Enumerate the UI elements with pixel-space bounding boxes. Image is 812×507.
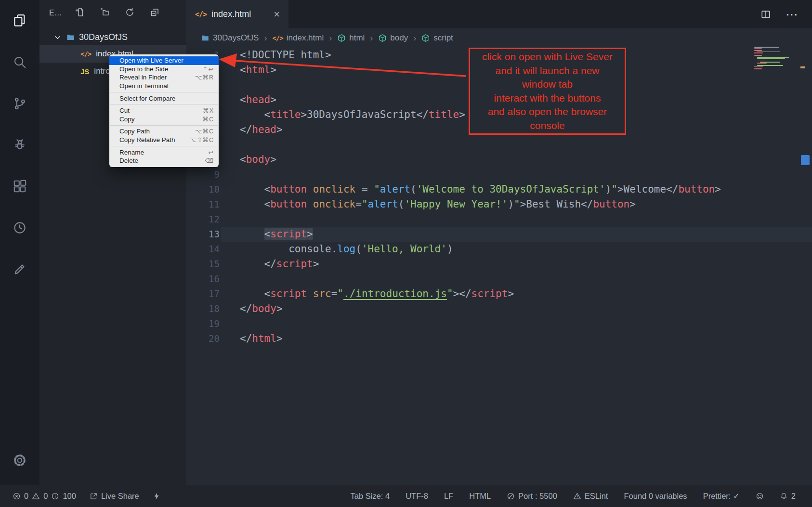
menu-separator bbox=[110, 92, 218, 92]
warning-icon bbox=[573, 492, 581, 500]
code-line[interactable]: 12 bbox=[186, 212, 812, 227]
breadcrumb-index-html[interactable]: </>index.html bbox=[272, 33, 324, 43]
activity-extensions[interactable] bbox=[0, 166, 39, 207]
code-line[interactable]: 14 console.log('Hello, World') bbox=[186, 242, 812, 257]
status-prettier[interactable]: Prettier: ✓ bbox=[703, 492, 740, 501]
code-text: </body> bbox=[220, 301, 283, 316]
menu-item-open-to-the-side[interactable]: Open to the Side⌃↩ bbox=[109, 65, 219, 74]
code-text: </script> bbox=[220, 257, 319, 272]
folder-icon bbox=[66, 33, 75, 42]
folder-row-30daysofjs[interactable]: 30DaysOfJS bbox=[39, 29, 186, 45]
menu-item-reveal-in-finder[interactable]: Reveal in Finder⌥⌘R bbox=[109, 73, 219, 82]
symbol-cube-icon bbox=[337, 34, 346, 42]
status-variables[interactable]: Found 0 variables bbox=[624, 492, 687, 501]
activity-pen[interactable] bbox=[0, 248, 39, 290]
activity-bar-top bbox=[0, 0, 39, 290]
status-feedback[interactable] bbox=[756, 492, 764, 500]
status-encoding[interactable]: UTF-8 bbox=[406, 492, 428, 501]
menu-item-shortcut: ↩ bbox=[209, 149, 214, 156]
js-file-icon: JS bbox=[80, 67, 89, 76]
line-number: 18 bbox=[186, 301, 220, 316]
code-line[interactable]: 20</html> bbox=[186, 331, 812, 346]
live-share-icon bbox=[90, 492, 98, 500]
close-icon[interactable]: × bbox=[274, 9, 280, 20]
status-problems[interactable]: 00100 bbox=[13, 492, 76, 501]
activity-source-control[interactable] bbox=[0, 83, 39, 124]
activity-explorer[interactable] bbox=[0, 0, 39, 41]
status-label: HTML bbox=[469, 492, 491, 501]
breadcrumb-html[interactable]: html bbox=[337, 33, 365, 43]
menu-item-open-in-terminal[interactable]: Open in Terminal bbox=[109, 82, 219, 91]
menu-item-delete[interactable]: Delete⌫ bbox=[109, 156, 219, 165]
more-actions-icon[interactable]: ⋯ bbox=[786, 8, 799, 21]
status-quick-lightning[interactable] bbox=[153, 492, 161, 500]
activity-debug[interactable] bbox=[0, 124, 39, 166]
action-collapse-all[interactable] bbox=[150, 7, 160, 19]
menu-separator bbox=[110, 125, 218, 126]
menu-item-label: Open in Terminal bbox=[119, 82, 169, 90]
code-line[interactable]: 7 bbox=[186, 137, 812, 152]
code-text: <body> bbox=[220, 152, 276, 167]
code-line[interactable]: 18</body> bbox=[186, 301, 812, 316]
tab-index-html[interactable]: </> index.html × bbox=[186, 0, 288, 28]
minimap-line bbox=[754, 50, 762, 51]
split-editor-icon[interactable] bbox=[760, 9, 771, 20]
symbol-cube-icon bbox=[378, 34, 387, 42]
menu-item-label: Copy bbox=[119, 116, 135, 123]
menu-item-open-with-live-server[interactable]: Open with Live Server bbox=[109, 56, 219, 65]
code-text: <script> bbox=[220, 227, 313, 242]
menu-item-cut[interactable]: Cut⌘X bbox=[109, 106, 219, 115]
breadcrumb-separator: › bbox=[413, 33, 416, 43]
status-label: Tab Size: 4 bbox=[351, 492, 390, 501]
code-line[interactable]: 11 <button onclick="alert('Happy New Yea… bbox=[186, 197, 812, 212]
menu-item-select-for-compare[interactable]: Select for Compare bbox=[109, 94, 219, 103]
activity-settings-gear[interactable] bbox=[0, 447, 39, 474]
overview-ruler-marker bbox=[800, 66, 805, 68]
code-line[interactable]: 10 <button onclick = "alert('Welcome to … bbox=[186, 182, 812, 197]
breadcrumb-script[interactable]: script bbox=[421, 33, 453, 43]
menu-item-copy[interactable]: Copy⌘C bbox=[109, 115, 219, 124]
code-line[interactable]: 13 <script> bbox=[186, 227, 812, 242]
code-line[interactable]: 19 bbox=[186, 316, 812, 331]
annotation-line: and also open the browser bbox=[470, 105, 625, 119]
code-line[interactable]: 17 <script src="./introduction.js"></scr… bbox=[186, 286, 812, 301]
code-line[interactable]: 9 bbox=[186, 167, 812, 182]
minimap-line bbox=[757, 58, 785, 59]
scrollbar-marker[interactable] bbox=[801, 155, 810, 165]
minimap-line bbox=[754, 68, 762, 69]
code-line[interactable]: 15 </script> bbox=[186, 257, 812, 272]
status-label: Live Share bbox=[101, 492, 139, 501]
activity-clock[interactable] bbox=[0, 207, 39, 248]
code-line[interactable]: 8<body> bbox=[186, 152, 812, 167]
menu-item-copy-path[interactable]: Copy Path⌥⌘C bbox=[109, 127, 219, 136]
minimap-line bbox=[757, 65, 783, 66]
breadcrumb-body[interactable]: body bbox=[378, 33, 408, 43]
action-new-file[interactable] bbox=[75, 7, 85, 19]
breadcrumb-30daysofjs[interactable]: 30DaysOfJS bbox=[201, 33, 259, 43]
status-live-server-port[interactable]: Port : 5500 bbox=[507, 492, 557, 501]
line-number: 20 bbox=[186, 331, 220, 346]
status-language-mode[interactable]: HTML bbox=[469, 492, 491, 501]
status-label: Found 0 variables bbox=[624, 492, 687, 501]
tab-bar: </> index.html × ⋯ bbox=[186, 0, 812, 28]
menu-item-label: Select for Compare bbox=[119, 95, 175, 102]
refresh-icon bbox=[125, 7, 135, 17]
action-refresh[interactable] bbox=[125, 7, 135, 19]
code-line[interactable]: 16 bbox=[186, 272, 812, 286]
menu-item-rename[interactable]: Rename↩ bbox=[109, 148, 219, 156]
status-notifications[interactable]: 2 bbox=[780, 492, 796, 501]
minimap[interactable] bbox=[754, 47, 800, 70]
editor-actions: ⋯ bbox=[760, 0, 812, 28]
status-tab-size[interactable]: Tab Size: 4 bbox=[351, 492, 390, 501]
status-live-share[interactable]: Live Share bbox=[90, 492, 139, 501]
code-text: </html> bbox=[220, 331, 283, 346]
status-label: UTF-8 bbox=[406, 492, 428, 501]
activity-search[interactable] bbox=[0, 41, 39, 83]
status-eslint[interactable]: ESLint bbox=[573, 492, 608, 501]
status-label: Prettier: ✓ bbox=[703, 492, 740, 501]
status-eol[interactable]: LF bbox=[444, 492, 453, 501]
action-new-folder[interactable] bbox=[100, 7, 110, 19]
menu-item-copy-relative-path[interactable]: Copy Relative Path⌥⇧⌘C bbox=[109, 136, 219, 144]
new-folder-icon bbox=[100, 7, 110, 17]
line-number: 19 bbox=[186, 316, 220, 331]
